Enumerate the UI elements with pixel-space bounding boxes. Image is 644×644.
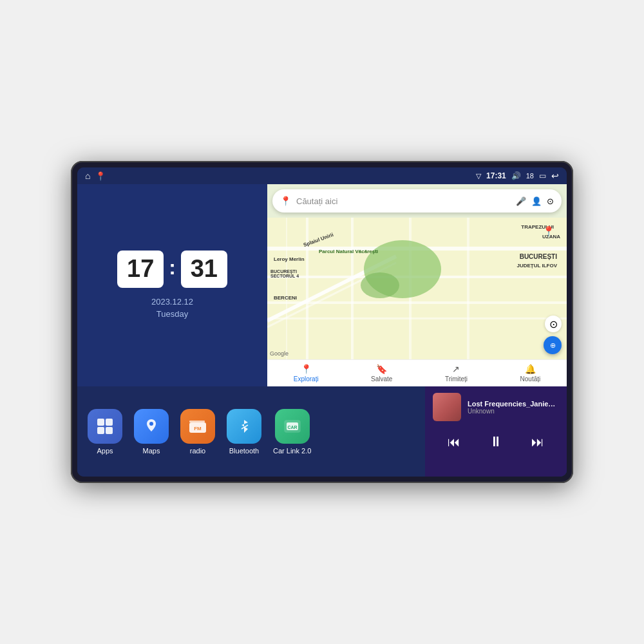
apps-icon — [88, 409, 122, 444]
music-thumbnail — [433, 393, 461, 421]
map-nav-saved[interactable]: 🔖 Salvate — [371, 364, 392, 383]
map-nav-share-label: Trimiteți — [445, 375, 468, 383]
clock-panel: 17 : 31 2023.12.12 Tuesday — [77, 184, 267, 386]
carlink-icon: CAR — [275, 409, 310, 444]
music-controls: ⏮ ⏸ ⏭ — [433, 430, 559, 453]
battery-icon: ▭ — [539, 171, 546, 180]
app-item-radio[interactable]: FM radio — [180, 409, 215, 455]
main-content: 17 : 31 2023.12.12 Tuesday 📍 Căutați aic… — [77, 184, 567, 477]
svg-point-10 — [361, 272, 399, 298]
status-bar: ⌂ 📍 ▽ 17:31 🔊 18 ▭ ↩ — [77, 167, 567, 184]
top-section: 17 : 31 2023.12.12 Tuesday 📍 Căutați aic… — [77, 184, 567, 386]
app-label-apps: Apps — [97, 447, 113, 455]
map-nav-explore[interactable]: 📍 Explorați — [294, 364, 319, 383]
svg-text:CAR: CAR — [287, 425, 297, 430]
svg-rect-16 — [106, 427, 113, 434]
car-display-device: ⌂ 📍 ▽ 17:31 🔊 18 ▭ ↩ 17 : — [71, 161, 573, 483]
svg-rect-11 — [267, 317, 567, 319]
clock-date: 2023.12.12 Tuesday — [151, 296, 193, 321]
map-panel[interactable]: 📍 Căutați aici 🎤 👤 ⊙ — [267, 184, 567, 386]
profile-icon[interactable]: 👤 — [531, 196, 542, 206]
music-next-button[interactable]: ⏭ — [526, 430, 549, 453]
explore-icon: 📍 — [301, 364, 312, 374]
svg-text:FM: FM — [194, 426, 202, 431]
app-item-bluetooth[interactable]: Bluetooth — [227, 409, 261, 455]
app-label-carlink: Car Link 2.0 — [273, 447, 311, 455]
music-prev-button[interactable]: ⏮ — [442, 430, 466, 453]
app-item-apps[interactable]: Apps — [88, 409, 122, 455]
time-display: 17:31 — [486, 171, 506, 180]
music-thumb-image — [433, 393, 461, 421]
svg-rect-4 — [351, 218, 354, 359]
home-icon[interactable]: ⌂ — [85, 171, 90, 181]
music-info: Lost Frequencies_Janieck Devy-... Unknow… — [433, 393, 559, 421]
clock-minutes: 31 — [181, 251, 227, 288]
map-bottom-bar: 📍 Explorați 🔖 Salvate ↗ Trimiteți 🔔 — [267, 359, 567, 386]
battery-level: 18 — [526, 172, 534, 180]
status-right: ▽ 17:31 🔊 18 ▭ ↩ — [476, 171, 559, 181]
music-panel: Lost Frequencies_Janieck Devy-... Unknow… — [425, 386, 567, 477]
map-search-bar[interactable]: 📍 Căutați aici 🎤 👤 ⊙ — [272, 189, 562, 213]
news-icon: 🔔 — [525, 364, 536, 374]
map-label-sector4: BUCUREȘTISECTORUL 4 — [270, 269, 299, 278]
map-red-pin: 📍 — [542, 225, 555, 238]
music-text: Lost Frequencies_Janieck Devy-... Unknow… — [468, 400, 559, 415]
maps-icon — [134, 409, 169, 444]
app-label-maps: Maps — [143, 447, 160, 455]
screen: ⌂ 📍 ▽ 17:31 🔊 18 ▭ ↩ 17 : — [77, 167, 567, 477]
nav-icon[interactable]: 📍 — [95, 171, 106, 181]
bluetooth-icon — [227, 409, 261, 444]
svg-rect-20 — [189, 421, 205, 422]
map-nav-news[interactable]: 🔔 Noutăți — [520, 364, 541, 383]
map-search-text[interactable]: Căutați aici — [296, 196, 511, 206]
mic-icon[interactable]: 🎤 — [516, 196, 526, 206]
map-nav-explore-label: Explorați — [294, 375, 319, 383]
svg-rect-2 — [267, 301, 567, 304]
svg-rect-14 — [106, 419, 113, 426]
share-icon: ↗ — [452, 364, 460, 374]
clock-colon: : — [169, 256, 176, 279]
app-item-maps[interactable]: Maps — [134, 409, 169, 455]
map-layers-btn[interactable]: ⊙ — [545, 316, 562, 332]
back-icon[interactable]: ↩ — [551, 171, 559, 181]
map-nav-news-label: Noutăți — [520, 375, 541, 383]
music-title: Lost Frequencies_Janieck Devy-... — [468, 400, 559, 408]
map-compass-btn[interactable]: ⊕ — [544, 336, 562, 354]
map-google-watermark: Google — [270, 350, 289, 357]
volume-icon[interactable]: 🔊 — [511, 171, 521, 180]
music-play-pause-button[interactable]: ⏸ — [484, 430, 507, 453]
map-nav-share[interactable]: ↗ Trimiteți — [445, 364, 468, 383]
saved-icon: 🔖 — [376, 364, 387, 374]
radio-icon: FM — [180, 409, 215, 444]
map-label-parc: Parcul Natural Văcărești — [319, 249, 378, 254]
svg-rect-6 — [467, 218, 469, 359]
app-item-carlink[interactable]: CAR Car Link 2.0 — [273, 409, 311, 455]
map-label-bucuresti: BUCUREȘTI — [520, 253, 557, 260]
clock-hours: 17 — [117, 251, 164, 288]
clock-display: 17 : 31 — [117, 251, 227, 288]
music-artist: Unknown — [468, 408, 559, 415]
map-label-leroy: Leroy Merlin — [274, 256, 305, 262]
map-canvas[interactable]: TRAPEZULUI UZANA BUCUREȘTI JUDEȚUL ILFOV… — [267, 218, 567, 359]
status-left: ⌂ 📍 — [85, 171, 106, 181]
signal-icon: ▽ — [476, 172, 481, 180]
map-label-berceni: BERCENI — [274, 295, 297, 301]
svg-rect-3 — [306, 218, 308, 359]
map-label-ilfov: JUDEȚUL ILFOV — [516, 263, 557, 269]
svg-rect-15 — [97, 427, 104, 434]
layers-icon[interactable]: ⊙ — [547, 196, 554, 206]
apps-row: Apps Maps — [77, 386, 425, 477]
app-label-bluetooth: Bluetooth — [229, 447, 259, 455]
bottom-section: Apps Maps — [77, 386, 567, 477]
map-pin-icon: 📍 — [280, 196, 291, 206]
map-nav-saved-label: Salvate — [371, 375, 392, 383]
app-label-radio: radio — [190, 447, 205, 455]
svg-point-17 — [149, 422, 153, 426]
svg-rect-13 — [97, 419, 104, 426]
